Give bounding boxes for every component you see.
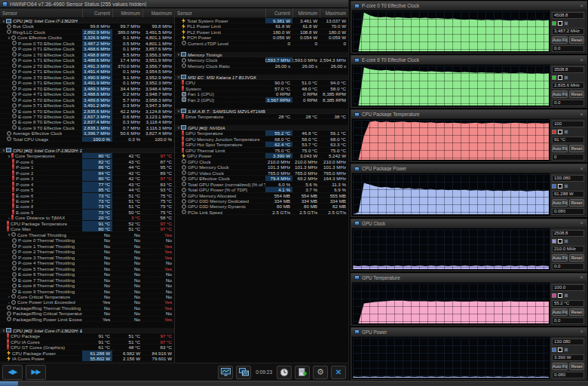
sensor-row[interactable]: P-core 5 Thermal ThrottlingNoNoYes — [0, 266, 174, 271]
sensor-row[interactable]: Current cTDP Level000 — [175, 41, 348, 46]
sensor-row[interactable]: P-core 5 T0 Effective Clock3,489.8 MHz5.… — [0, 97, 174, 103]
sensor-row[interactable]: CPU Package Power61.288 W6.982 W84.916 W — [0, 351, 174, 356]
sensor-row[interactable]: Fan 1 (CPU)0 RPM0 RPM8,385 RPM — [175, 91, 348, 96]
sensor-group-row[interactable]: ∨Memory Timings — [175, 52, 348, 57]
graph-titlebar[interactable]: P-core 0 T0 Effective Clock × — [351, 2, 586, 10]
reset-button[interactable]: Reset — [569, 363, 584, 370]
sensor-row[interactable]: ›Core Distance to TjMAX20 °C3 °C58 °C — [0, 215, 174, 220]
sensor-row[interactable]: ∨Core Thermal ThrottlingNoNoYes — [0, 232, 174, 237]
auto-fit-button[interactable]: Auto Fit — [552, 199, 568, 207]
sensor-row[interactable]: Package/Ring Power Limit ExceededYesNoYe… — [0, 317, 174, 322]
sensor-row[interactable]: GPU D3D Memory Dynamic80 MB80 MB82 MB — [175, 204, 348, 209]
sensor-row[interactable]: ∨Core Effective Clocks3,326.9 MHz0.1 MHz… — [0, 35, 174, 40]
series-color-swatch[interactable] — [552, 130, 556, 134]
column-header-minimum[interactable]: Minimum — [292, 8, 320, 17]
auto-fit-button[interactable]: Auto Fit — [552, 36, 568, 44]
sensor-row[interactable]: GPU Memory Junction Temperature68.0 °C58… — [175, 136, 348, 142]
grid-color-swatch[interactable] — [564, 293, 568, 298]
auto-fit-button[interactable]: Auto Fit — [552, 90, 568, 98]
sensor-row[interactable]: Fan 2 (GPU)3,567 RPM0 RPM8,385 RPM — [175, 97, 348, 103]
taskbar-app-button[interactable] — [0, 381, 18, 386]
sensor-row[interactable]: P-core 1 T1 Effective Clock3,488.6 MHz17… — [0, 57, 174, 63]
settings-button[interactable]: ⚙ — [313, 366, 328, 379]
sensor-row[interactable]: Core Max80 °C51 °C97 °C — [0, 226, 174, 231]
sensor-row[interactable]: E-core 973 °C50 °C75 °C — [0, 210, 174, 215]
sensor-row[interactable]: E-core 7 Thermal ThrottlingNoNoNo — [0, 277, 174, 283]
close-icon[interactable]: × — [580, 112, 583, 118]
column-header-current[interactable]: Current — [82, 8, 112, 17]
background-color-swatch[interactable] — [558, 21, 562, 26]
series-color-swatch[interactable] — [552, 75, 556, 80]
graph-plot-area[interactable] — [352, 119, 550, 161]
sensor-row[interactable]: CPU GT Cores (Graphics)61 °C48 °C83 °C — [0, 345, 174, 350]
sensor-row[interactable]: Memory Clock2,593.7 MHz2,593.0 MHz2,594.… — [175, 57, 348, 63]
sensor-row[interactable]: GPU Temperature55.2 °C46.8 °C56.1 °C — [175, 130, 348, 136]
auto-fit-button[interactable]: Auto Fit — [552, 145, 568, 152]
series-color-swatch[interactable] — [552, 293, 556, 298]
sensor-row[interactable]: PL2 Power Limit180.0 W108.8 W180.0 W — [175, 29, 348, 35]
sensor-row[interactable]: Package/Ring Critical TemperatureNoNoNo — [0, 311, 174, 316]
series-color-swatch[interactable] — [552, 184, 556, 188]
background-color-swatch[interactable] — [558, 184, 562, 188]
sensor-row[interactable]: GPU Thermal Limit75.0 °C75.0 °C75.0 °C — [175, 148, 348, 153]
grid-color-swatch[interactable] — [564, 239, 568, 244]
grid-color-swatch[interactable] — [564, 184, 568, 188]
column-header-sensor[interactable]: Sensor — [0, 8, 82, 17]
sensor-row[interactable]: E-core 6 T0 Effective Clock2,835.6 MHz42… — [0, 109, 174, 114]
series-color-swatch[interactable] — [552, 21, 556, 26]
sensor-row[interactable]: GPU Effective Clock79.4 MHz69.2 MHz164.3… — [175, 176, 348, 181]
sensor-row[interactable]: E-core 8 Thermal ThrottlingNoNoNo — [0, 283, 174, 288]
sensor-row[interactable]: P-core 477 °C43 °C83 °C — [0, 182, 174, 187]
sensor-row[interactable]: Total System Power9.381 W3.461 W13.037 W — [175, 18, 348, 23]
sensor-group-row[interactable]: ∨CPU [#0]: Intel Core i7-13620H: DTS — [0, 148, 174, 153]
sensor-row[interactable]: GPU Memory Allocated554 MB554 MB555 MB — [175, 193, 348, 198]
sensor-row[interactable]: P-core 1 T0 Effective Clock3,498.8 MHz5.… — [0, 52, 174, 57]
close-icon[interactable]: × — [580, 166, 583, 172]
sensor-row[interactable]: E-core 9 T0 Effective Clock2,838.1 MHz0.… — [0, 125, 174, 130]
reset-button[interactable]: Reset — [569, 145, 584, 152]
column-header-maximum[interactable]: Maximum — [320, 8, 348, 17]
background-color-swatch[interactable] — [558, 75, 562, 80]
reset-button[interactable]: Reset — [569, 36, 584, 44]
sensor-row[interactable]: E-core 873 °C51 °C75 °C — [0, 204, 174, 209]
sensor-row[interactable]: P-core 2 T0 Effective Clock3,491.3 MHz37… — [0, 63, 174, 69]
graph-plot-area[interactable] — [352, 337, 550, 378]
sensor-group-row[interactable]: ∨CPU [#0]: Intel Core i7-13620H: Enhance… — [0, 328, 174, 333]
column-header-current[interactable]: Current — [265, 8, 292, 17]
close-icon[interactable]: × — [580, 57, 583, 63]
sensor-row[interactable]: GPU Hot Spot Temperature62.4 °C53.7 °C63… — [175, 142, 348, 147]
sensor-row[interactable]: P-core 082 °C43 °C87 °C — [0, 159, 174, 164]
sensor-row[interactable]: Memory Clock Ratio26.00 x26.00 x26.00 x — [175, 63, 348, 69]
sensor-row[interactable]: Drive Temperature28 °C28 °C38 °C — [175, 114, 348, 119]
sensor-row[interactable]: Ring/LLC Clock2,892.9 MHz389.0 MHz3,491.… — [0, 29, 174, 35]
series-color-swatch[interactable] — [552, 239, 556, 244]
sensor-row[interactable]: GPU Video Clock765.0 MHz765.0 MHz765.0 M… — [175, 170, 348, 176]
close-icon[interactable]: × — [580, 274, 583, 280]
sensor-row[interactable]: CPU90.0 °C51.0 °C94.0 °C — [175, 80, 348, 85]
sensor-row[interactable]: P-core 5 T1 Effective Clock3,491.2 MHz0.… — [0, 103, 174, 108]
sensor-row[interactable]: P-core 2 T1 Effective Clock3,491.4 MHz0.… — [0, 69, 174, 74]
sensor-row[interactable]: E-core 673 °C51 °C75 °C — [0, 193, 174, 198]
sensor-row[interactable]: E-core 9 Thermal ThrottlingNoNoNo — [0, 289, 174, 294]
close-sensors-button[interactable]: ✕ — [331, 366, 346, 379]
sensor-group-row[interactable]: ∨CPU [#0]: Intel Core i7-13620H — [0, 18, 174, 23]
grid-color-swatch[interactable] — [564, 130, 568, 134]
sensor-row[interactable]: P-core 4 T1 Effective Clock3,488.6 MHz0.… — [0, 91, 174, 96]
swap-columns-button[interactable]: ◀▶ — [2, 365, 23, 380]
sensor-row[interactable]: ›Core Power Limit ExceededYesNoYes — [0, 299, 174, 305]
background-color-swatch[interactable] — [558, 348, 562, 352]
sensor-row[interactable]: P-core 284 °C42 °C89 °C — [0, 170, 174, 176]
auto-fit-button[interactable]: Auto Fit — [552, 363, 568, 370]
column-header-minimum[interactable]: Minimum — [112, 8, 142, 17]
graph-plot-area[interactable] — [352, 283, 550, 324]
sensor-row[interactable]: CPU Package91 °C51 °C97 °C — [0, 333, 174, 339]
sensor-row[interactable]: PCH Power0.056 W0.054 W0.059 W — [175, 35, 348, 40]
sensor-row[interactable]: Average Effective Clock3,396.7 MHz50.6 M… — [0, 130, 174, 136]
graph-plot-area[interactable] — [352, 173, 550, 215]
sensor-row[interactable]: CPU IA Cores91 °C51 °C97 °C — [0, 339, 174, 345]
sensor-group-row[interactable]: ∨S.M.A.R.T.: SAMSUNG MZVL4T1MBLB-00BTW (… — [175, 109, 348, 114]
grid-color-swatch[interactable] — [564, 348, 568, 352]
graph-titlebar[interactable]: CPU Package Power × — [351, 164, 586, 173]
sensor-row[interactable]: E-core 7 T0 Effective Clock2,837.3 MHz0.… — [0, 114, 174, 119]
sensor-row[interactable]: GPU Power3.390 W3.043 W5.242 W — [175, 153, 348, 158]
